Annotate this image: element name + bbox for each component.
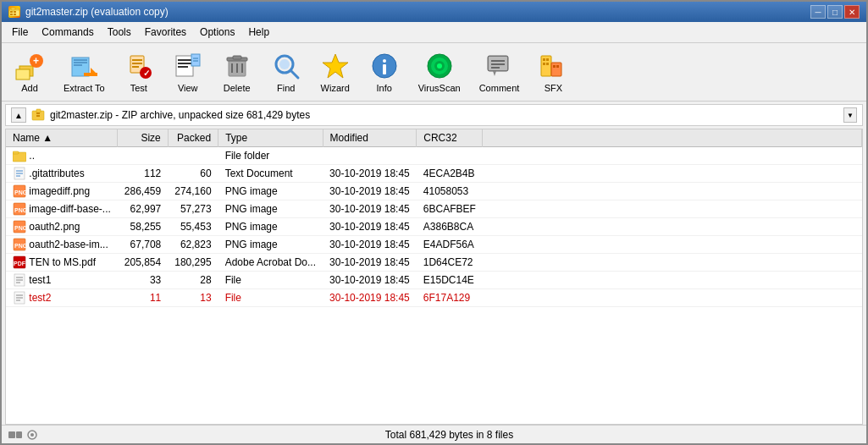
svg-rect-55 xyxy=(543,58,545,61)
svg-marker-52 xyxy=(493,71,496,76)
menu-item-options[interactable]: Options xyxy=(193,24,241,41)
table-row[interactable]: .gitattributes 112 60 Text Document 30-1… xyxy=(6,165,862,183)
table-header: Name ▲ Size Packed Type Modified CRC32 xyxy=(6,129,862,147)
find-label: Find xyxy=(277,83,295,93)
test-button[interactable]: ✓ Test xyxy=(116,47,162,97)
file-modified: 30-10-2019 18:45 xyxy=(323,272,417,289)
col-size-header[interactable]: Size xyxy=(118,129,168,147)
file-size: 58,255 xyxy=(118,218,168,236)
menu-item-help[interactable]: Help xyxy=(241,24,276,41)
col-crc32-header[interactable]: CRC32 xyxy=(417,129,483,147)
extract-to-button[interactable]: Extract To xyxy=(56,47,113,97)
svg-rect-89 xyxy=(8,431,15,438)
file-packed: 180,295 xyxy=(168,254,218,272)
svg-rect-19 xyxy=(132,63,142,64)
sfx-button[interactable]: SFX xyxy=(530,47,576,97)
svg-rect-8 xyxy=(16,69,30,80)
menu-item-commands[interactable]: Commands xyxy=(35,24,100,41)
svg-text:+: + xyxy=(33,55,39,67)
svg-line-38 xyxy=(290,70,298,78)
col-modified-header[interactable]: Modified xyxy=(323,129,417,147)
svg-rect-2 xyxy=(11,8,15,10)
file-crc32: E15DC14E xyxy=(417,272,483,289)
svg-rect-32 xyxy=(233,56,241,59)
menu-item-favorites[interactable]: Favorites xyxy=(138,24,193,41)
wizard-button[interactable]: Wizard xyxy=(312,47,358,97)
svg-rect-3 xyxy=(10,11,13,13)
col-type-header[interactable]: Type xyxy=(218,129,323,147)
close-button[interactable]: ✕ xyxy=(844,5,860,19)
file-modified: 30-10-2019 18:45 xyxy=(323,236,417,254)
file-size: 11 xyxy=(118,289,168,307)
info-button[interactable]: Info xyxy=(362,47,407,97)
minimize-button[interactable]: ─ xyxy=(810,5,826,19)
svg-text:PNG: PNG xyxy=(14,243,26,249)
file-modified: 30-10-2019 18:45 xyxy=(323,289,417,307)
find-button[interactable]: Find xyxy=(263,47,309,97)
svg-rect-63 xyxy=(36,113,40,114)
file-packed: 13 xyxy=(168,289,218,307)
file-icon xyxy=(13,291,26,305)
svg-point-92 xyxy=(30,433,34,437)
file-list: Name ▲ Size Packed Type Modified CRC32 .… xyxy=(5,129,863,425)
file-icon xyxy=(13,149,26,162)
svg-rect-62 xyxy=(36,109,41,113)
table-row[interactable]: PDF TEN to MS.pdf 205,854 180,295 Adobe … xyxy=(6,254,862,272)
table-row[interactable]: .. File folder xyxy=(6,147,862,165)
svg-rect-12 xyxy=(74,59,87,61)
file-size: 62,997 xyxy=(118,201,168,218)
path-up-button[interactable]: ▲ xyxy=(11,107,26,123)
table-row[interactable]: test2 11 13 File 30-10-2019 18:45 6F17A1… xyxy=(6,289,862,307)
file-name: test2 xyxy=(6,289,118,307)
file-modified: 30-10-2019 18:45 xyxy=(323,183,417,201)
maximize-button[interactable]: □ xyxy=(827,5,843,19)
table-row[interactable]: PNG image-diff-base-... 62,997 57,273 PN… xyxy=(6,201,862,218)
menu-item-file[interactable]: File xyxy=(5,24,35,41)
file-crc32 xyxy=(417,147,483,165)
wizard-label: Wizard xyxy=(321,83,350,93)
test-icon: ✓ xyxy=(124,51,154,81)
comment-button[interactable]: Comment xyxy=(472,47,528,97)
col-packed-header[interactable]: Packed xyxy=(168,129,218,147)
file-icon: PNG xyxy=(13,184,26,198)
table-row[interactable]: PNG oauth2-base-im... 67,708 62,823 PNG … xyxy=(6,236,862,254)
app-icon xyxy=(8,6,20,18)
file-type: PNG image xyxy=(218,183,323,201)
menu-item-tools[interactable]: Tools xyxy=(101,24,138,41)
file-crc32: 6F17A129 xyxy=(417,289,483,307)
table-row[interactable]: test1 33 28 File 30-10-2019 18:45 E15DC1… xyxy=(6,272,862,289)
file-packed: 274,160 xyxy=(168,183,218,201)
file-icon: PNG xyxy=(13,238,26,251)
file-size: 286,459 xyxy=(118,183,168,201)
svg-rect-58 xyxy=(546,63,549,65)
file-packed xyxy=(168,147,218,165)
svg-rect-51 xyxy=(491,67,500,69)
svg-point-46 xyxy=(437,63,442,69)
svg-text:PDF: PDF xyxy=(14,261,26,266)
table-row[interactable]: PNG imagediff.png 286,459 274,160 PNG im… xyxy=(6,183,862,201)
svg-rect-18 xyxy=(132,59,142,61)
svg-rect-59 xyxy=(553,65,556,68)
extract-icon xyxy=(69,51,99,81)
col-name-header[interactable]: Name ▲ xyxy=(6,129,118,147)
table-row[interactable]: PNG oauth2.png 58,255 55,453 PNG image 3… xyxy=(6,218,862,236)
col-extra-header xyxy=(483,129,862,147)
file-size: 112 xyxy=(118,165,168,183)
add-button[interactable]: + Add xyxy=(7,47,53,97)
zip-small-icon xyxy=(31,108,45,122)
file-modified: 30-10-2019 18:45 xyxy=(323,201,417,218)
path-dropdown-button[interactable]: ▼ xyxy=(843,107,857,123)
info-label: Info xyxy=(377,83,392,93)
view-icon xyxy=(173,51,203,81)
view-button[interactable]: View xyxy=(165,47,211,97)
wizard-icon xyxy=(320,51,351,81)
svg-rect-50 xyxy=(491,63,505,65)
file-type: PNG image xyxy=(218,201,323,218)
file-crc32: 6BCAFBEF xyxy=(417,201,483,218)
svg-point-37 xyxy=(279,59,290,69)
virusscan-button[interactable]: VirusScan xyxy=(411,47,468,97)
files-table: Name ▲ Size Packed Type Modified CRC32 .… xyxy=(6,129,862,307)
title-bar: git2master.zip (evaluation copy) ─ □ ✕ xyxy=(2,2,866,22)
file-icon: PNG xyxy=(13,202,26,216)
delete-button[interactable]: Delete xyxy=(214,47,260,97)
